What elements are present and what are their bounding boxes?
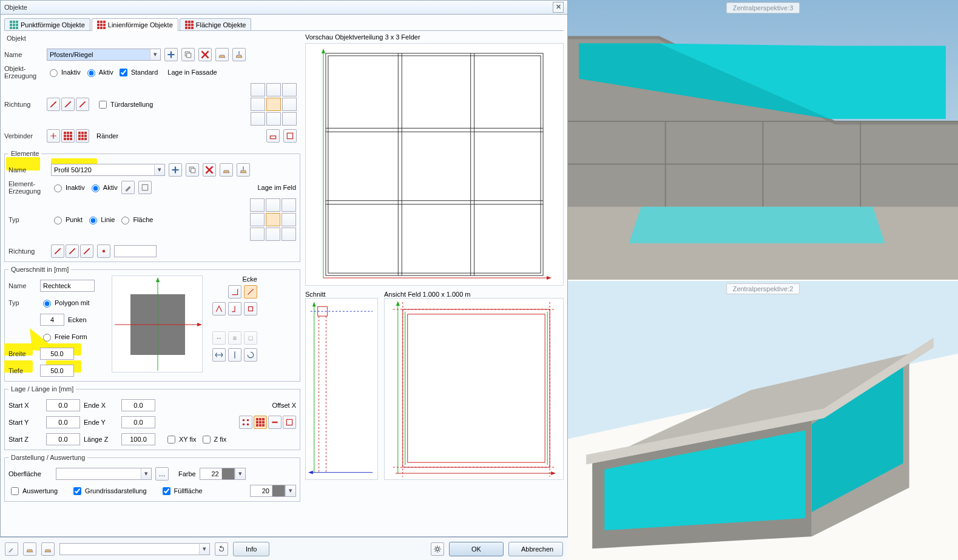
copy-button[interactable]	[181, 48, 195, 61]
farbe-input[interactable]	[200, 468, 221, 480]
offset-1[interactable]	[239, 416, 252, 429]
laengez-input[interactable]	[121, 433, 155, 445]
endey-input[interactable]	[121, 416, 155, 428]
breite-input[interactable]	[40, 348, 74, 360]
starty-input[interactable]	[46, 416, 80, 428]
el-dir-extra[interactable]	[97, 245, 110, 258]
ok-button[interactable]: OK	[449, 542, 504, 556]
tool-icon[interactable]	[138, 181, 152, 194]
close-icon[interactable]: ✕	[553, 2, 564, 13]
lage-feld-grid[interactable]	[250, 198, 296, 241]
chevron-down-icon[interactable]: ▾	[150, 49, 161, 61]
check-zfix[interactable]: Z fix	[200, 434, 227, 445]
refresh-icon[interactable]	[215, 542, 228, 556]
el-dir-1[interactable]	[51, 245, 64, 258]
typ-flaeche[interactable]: Fläche	[118, 215, 153, 224]
chevron-down-icon[interactable]: ▾	[154, 164, 165, 176]
browse-button[interactable]: …	[155, 467, 169, 481]
el-import-button[interactable]	[220, 163, 233, 177]
el-export-button[interactable]	[237, 163, 250, 177]
rand-1[interactable]	[266, 129, 280, 143]
bottom-combo[interactable]	[59, 543, 199, 555]
el-dir-3[interactable]	[80, 245, 93, 258]
direction-3[interactable]	[76, 98, 89, 111]
verbinder-3[interactable]	[76, 129, 89, 143]
check-xyfix[interactable]: XY fix	[165, 434, 197, 445]
mirror-h-icon[interactable]	[212, 348, 226, 362]
tab-area-objects[interactable]: Flächige Objekte	[180, 18, 252, 31]
check-grundriss[interactable]: Grundrissdarstellung	[71, 485, 147, 497]
tab-line-objects[interactable]: Linienförmige Objekte	[92, 18, 178, 31]
el-copy-button[interactable]	[186, 163, 199, 177]
element-name-input[interactable]	[51, 164, 154, 176]
edit-tool-3[interactable]: □	[244, 331, 257, 345]
direction-1[interactable]	[47, 98, 60, 111]
mirror-v-icon[interactable]	[228, 348, 241, 362]
ecke-tool-2[interactable]	[244, 285, 257, 299]
ecke-tool-4[interactable]	[228, 302, 241, 315]
offset-3[interactable]	[268, 416, 282, 429]
eyedropper-icon[interactable]	[5, 542, 18, 556]
gear-icon[interactable]	[431, 542, 444, 556]
delete-button[interactable]	[198, 48, 212, 61]
check-tuerdarstellung[interactable]: Türdarstellung	[96, 99, 153, 110]
export-button[interactable]	[232, 48, 246, 61]
el-delete-button[interactable]	[203, 163, 216, 177]
check-auswertung[interactable]: Auswertung	[8, 485, 58, 497]
radio-polygon[interactable]: Polygon mit	[40, 298, 89, 308]
oberflaeche-input[interactable]	[56, 468, 141, 480]
tool-icon[interactable]	[121, 181, 135, 194]
richtung-value[interactable]	[114, 245, 157, 257]
breite-label: Breite	[8, 350, 36, 357]
chevron-down-icon[interactable]: ▾	[141, 468, 152, 480]
qs-name-input[interactable]	[40, 280, 95, 292]
el-dir-2[interactable]	[66, 245, 79, 258]
lage-fassade-grid[interactable]	[251, 83, 297, 126]
direction-2[interactable]	[61, 98, 75, 111]
check-standard[interactable]: Standard	[117, 67, 158, 78]
viewport-top[interactable]: Zentralperspektive:3	[568, 0, 958, 281]
chevron-down-icon[interactable]: ▾	[235, 468, 246, 480]
rotate-icon[interactable]	[244, 348, 257, 362]
startz-input[interactable]	[46, 433, 80, 445]
svg-rect-18	[272, 422, 277, 423]
tab-point-objects[interactable]: Punktförmige Objekte	[4, 18, 90, 31]
edit-tool-2[interactable]: ≡	[228, 331, 241, 345]
typ-linie[interactable]: Linie	[86, 215, 115, 224]
radio-freieform[interactable]: Freie Form	[40, 332, 87, 342]
typ-punkt[interactable]: Punkt	[51, 215, 83, 224]
import-button[interactable]	[215, 48, 229, 61]
ecke-tool-3[interactable]	[212, 302, 226, 315]
el-add-button[interactable]	[169, 163, 182, 177]
lage-feld-label: Lage im Feld	[257, 184, 296, 191]
info-button[interactable]: Info	[233, 542, 269, 556]
ecken-input[interactable]	[40, 314, 64, 326]
color-swatch[interactable]	[272, 485, 285, 497]
load-icon[interactable]	[23, 542, 36, 556]
startx-input[interactable]	[46, 399, 80, 411]
viewport-bottom[interactable]: Zentralperspektive:2	[568, 281, 958, 561]
edit-tool-1[interactable]: ↔	[212, 331, 226, 345]
offset-2[interactable]	[254, 416, 267, 429]
chevron-down-icon[interactable]: ▾	[199, 543, 210, 555]
radio-aktiv[interactable]: Aktiv	[84, 67, 113, 77]
verbinder-2[interactable]	[61, 129, 75, 143]
verbinder-1[interactable]	[47, 129, 60, 143]
tiefe-input[interactable]	[40, 365, 74, 377]
endex-input[interactable]	[121, 399, 155, 411]
offset-4[interactable]	[283, 416, 296, 429]
rand-2[interactable]	[283, 129, 297, 143]
el-radio-inaktiv[interactable]: Inaktiv	[51, 183, 85, 192]
radio-inaktiv[interactable]: Inaktiv	[47, 67, 81, 77]
fuell-input[interactable]	[250, 485, 272, 497]
el-radio-aktiv[interactable]: Aktiv	[89, 183, 118, 192]
add-button[interactable]	[164, 48, 178, 61]
ecke-tool-5[interactable]	[244, 302, 257, 315]
check-fuellflaeche[interactable]: Füllfläche	[160, 485, 203, 497]
chevron-down-icon[interactable]: ▾	[285, 485, 296, 497]
save-icon[interactable]	[41, 542, 55, 556]
cancel-button[interactable]: Abbrechen	[508, 542, 563, 556]
objekt-name-input[interactable]	[47, 49, 150, 61]
color-swatch[interactable]	[221, 468, 235, 480]
ecke-tool-1[interactable]	[228, 285, 241, 299]
